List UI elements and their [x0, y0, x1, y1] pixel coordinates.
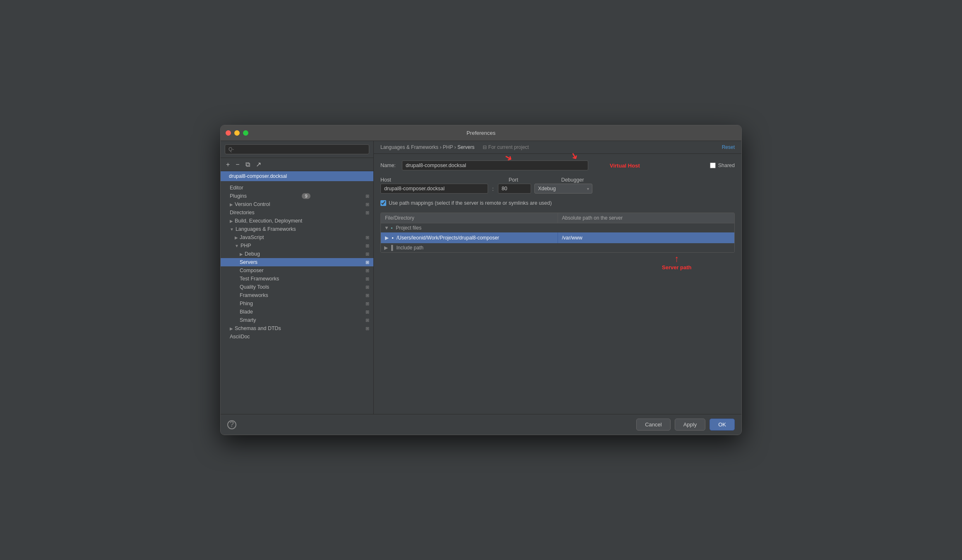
arrow-up-icon: ↑	[674, 254, 679, 264]
path-mappings-checkbox[interactable]	[380, 200, 386, 206]
sidebar-item-phing[interactable]: Phing ⊞	[221, 299, 373, 308]
remove-server-button[interactable]: −	[233, 160, 241, 169]
minimize-button[interactable]	[234, 130, 240, 136]
sidebar-item-asciidoc[interactable]: AsciiDoc	[221, 333, 373, 341]
sidebar-item-test-frameworks[interactable]: Test Frameworks ⊞	[221, 275, 373, 283]
port-input[interactable]	[498, 184, 531, 194]
sidebar-item-php[interactable]: ▼ PHP ⊞	[221, 242, 373, 250]
search-input[interactable]	[225, 144, 369, 154]
selected-server-item[interactable]: drupal8-composer.docksal	[221, 171, 373, 181]
sidebar-item-javascript[interactable]: ▶ JavaScript ⊞	[221, 233, 373, 242]
apply-button[interactable]: Apply	[675, 419, 706, 431]
sync-icon: ⊞	[366, 301, 369, 306]
path-row-local: ▶ ▪ /Users/leonid/Work/Projects/drupal8-…	[381, 232, 558, 243]
sync-icon: ⊞	[366, 202, 369, 207]
sidebar-item-label: Composer	[240, 268, 264, 273]
host-label: Host	[380, 177, 391, 183]
sync-icon: ⊞	[366, 235, 369, 240]
debugger-select[interactable]: Xdebug Zend Debugger	[534, 184, 592, 194]
virtual-host-annotation: Virtual Host	[610, 163, 640, 169]
sidebar-item-servers[interactable]: Servers ⊞	[221, 258, 373, 266]
sidebar-item-label: Debug	[245, 251, 260, 257]
path-row[interactable]: ▶ ▪ /Users/leonid/Work/Projects/drupal8-…	[381, 232, 734, 243]
sync-icon: ⊞	[366, 268, 369, 273]
include-path-section: ▶ ▐ Include path	[381, 243, 734, 252]
sync-icon: ⊞	[366, 260, 369, 265]
sidebar-item-label: Schemas and DTDs	[235, 325, 281, 331]
sidebar-item-directories[interactable]: Directories ⊞	[221, 208, 373, 217]
path-mappings-label: Use path mappings (select if the server …	[389, 200, 552, 206]
sidebar-item-editor[interactable]: Editor	[221, 184, 373, 192]
close-button[interactable]	[226, 130, 231, 136]
expand-arrow-icon: ▶	[240, 252, 243, 256]
include-path-label: Include path	[397, 245, 423, 251]
sidebar-item-quality-tools[interactable]: Quality Tools ⊞	[221, 283, 373, 291]
server-path-annotation: ↑ Server path	[662, 254, 692, 270]
sidebar-item-build-execution[interactable]: ▶ Build, Execution, Deployment	[221, 217, 373, 225]
sync-icon: ⊞	[366, 309, 369, 315]
breadcrumb-part-2: PHP	[443, 144, 453, 150]
footer-buttons: Cancel Apply OK	[636, 419, 735, 431]
sidebar-item-schemas-dtds[interactable]: ▶ Schemas and DTDs ⊞	[221, 324, 373, 333]
add-server-button[interactable]: +	[224, 160, 232, 169]
maximize-button[interactable]	[243, 130, 248, 136]
sidebar-item-label: Servers	[240, 259, 257, 265]
sidebar-item-composer[interactable]: Composer ⊞	[221, 266, 373, 275]
sidebar-item-version-control[interactable]: ▶ Version Control ⊞	[221, 200, 373, 208]
sidebar-item-frameworks[interactable]: Frameworks ⊞	[221, 291, 373, 299]
host-port-row: Host Port Debugger	[380, 177, 735, 183]
sync-icon: ⊞	[366, 251, 369, 257]
sync-icon: ⊞	[366, 318, 369, 323]
expand-arrow-icon: ▼	[230, 227, 234, 232]
shared-checkbox[interactable]	[710, 163, 716, 168]
host-input[interactable]	[380, 184, 488, 194]
move-server-button[interactable]: ↗	[254, 160, 263, 169]
sidebar-item-label: Test Frameworks	[240, 276, 279, 282]
folder-icon: ▪	[391, 225, 392, 231]
name-input[interactable]	[402, 160, 588, 170]
expand-arrow-icon: ▼	[384, 225, 389, 231]
sync-icon: ⊞	[366, 194, 369, 199]
sync-icon: ⊞	[366, 285, 369, 290]
port-label: Port	[509, 177, 518, 183]
sync-icon: ⊞	[366, 293, 369, 298]
sidebar-tree: Editor Plugins 9 ⊞ ▶ Version Control ⊞ D…	[221, 181, 373, 414]
sidebar-item-label: Version Control	[235, 201, 270, 207]
sidebar-item-plugins[interactable]: Plugins 9 ⊞	[221, 192, 373, 200]
breadcrumb-part-3: Servers	[457, 144, 474, 150]
traffic-lights	[226, 130, 248, 136]
sync-icon: ⊞	[366, 210, 369, 215]
path-server-value: /var/www	[562, 235, 582, 241]
plugins-badge: 9	[302, 193, 310, 199]
cancel-button[interactable]: Cancel	[636, 419, 670, 431]
name-row-container: Name: Virtual Host Shared ➜	[380, 160, 735, 170]
sidebar-item-smarty[interactable]: Smarty ⊞	[221, 316, 373, 324]
debugger-label: Debugger	[561, 177, 584, 183]
name-row: Name: Virtual Host Shared	[380, 160, 735, 170]
breadcrumb-sep-1: ›	[440, 144, 443, 150]
expand-arrow-icon: ▶	[230, 326, 233, 331]
footer: ? Cancel Apply OK	[221, 414, 741, 435]
main-panel: Languages & Frameworks › PHP › Servers ⊟…	[374, 141, 741, 414]
sidebar-item-languages-frameworks[interactable]: ▼ Languages & Frameworks	[221, 225, 373, 233]
folder-icon: ▪	[392, 235, 393, 241]
colon: :	[492, 186, 494, 192]
sidebar-item-label: Quality Tools	[240, 284, 269, 290]
project-files-label: Project files	[396, 225, 421, 231]
sidebar-item-label: Editor	[230, 185, 243, 191]
copy-server-button[interactable]: ⧉	[243, 160, 252, 169]
path-tree: ▼ ▪ Project files ▶ ▪ /Users/leonid/Work…	[381, 223, 734, 252]
expand-arrow-icon: ▶	[235, 235, 238, 240]
reset-button[interactable]: Reset	[722, 144, 735, 150]
ok-button[interactable]: OK	[709, 419, 735, 431]
sidebar-item-blade[interactable]: Blade ⊞	[221, 308, 373, 316]
sidebar-item-label: Directories	[230, 210, 255, 215]
shared-container: Shared	[710, 163, 735, 168]
help-button[interactable]: ?	[227, 420, 236, 429]
path-mappings-row: Use path mappings (select if the server …	[380, 200, 735, 206]
sidebar-toolbar: + − ⧉ ↗	[221, 158, 373, 171]
sidebar-item-debug[interactable]: ▶ Debug ⊞	[221, 250, 373, 258]
path-table-header: File/Directory Absolute path on the serv…	[381, 213, 734, 223]
host-port-inputs: : Xdebug Zend Debugger ▾	[380, 184, 735, 194]
name-label: Name:	[380, 163, 397, 168]
